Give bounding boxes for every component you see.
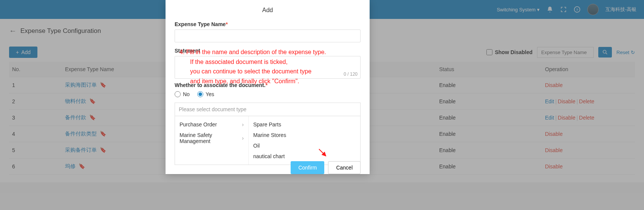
modal-title: Add bbox=[175, 7, 361, 14]
doc-type-dropdown: Purchase Order›Marine Safety Management›… bbox=[175, 116, 361, 165]
radio-yes-wrap[interactable]: Yes bbox=[197, 91, 214, 97]
chevron-right-icon: › bbox=[242, 135, 244, 141]
name-label: Expense Type Name* bbox=[175, 21, 361, 27]
doc-type-select[interactable]: Please select document type bbox=[175, 103, 361, 116]
confirm-button[interactable]: Confirm bbox=[291, 161, 324, 174]
cancel-button[interactable]: Cancel bbox=[328, 161, 361, 174]
doc-type-option[interactable]: Purchase Order› bbox=[175, 119, 248, 130]
chevron-right-icon: › bbox=[242, 121, 244, 128]
expense-type-name-input[interactable] bbox=[175, 30, 361, 42]
statement-label: Statement bbox=[175, 48, 361, 54]
item-type-option[interactable]: Spare Parts bbox=[249, 119, 360, 130]
radio-yes[interactable] bbox=[197, 91, 203, 97]
item-type-option[interactable]: Oil bbox=[249, 140, 360, 151]
item-type-option[interactable]: nautical chart bbox=[249, 151, 360, 162]
associate-label: Whether to associate the document.* bbox=[175, 82, 361, 88]
radio-no-wrap[interactable]: No bbox=[175, 91, 190, 97]
radio-no[interactable] bbox=[175, 91, 181, 97]
item-type-option[interactable]: Marine Stores bbox=[249, 130, 360, 140]
add-expense-modal: Add Expense Type Name* Statement 0 / 120… bbox=[166, 0, 370, 174]
statement-textarea[interactable] bbox=[175, 56, 361, 79]
doc-type-option[interactable]: Marine Safety Management› bbox=[175, 130, 248, 146]
